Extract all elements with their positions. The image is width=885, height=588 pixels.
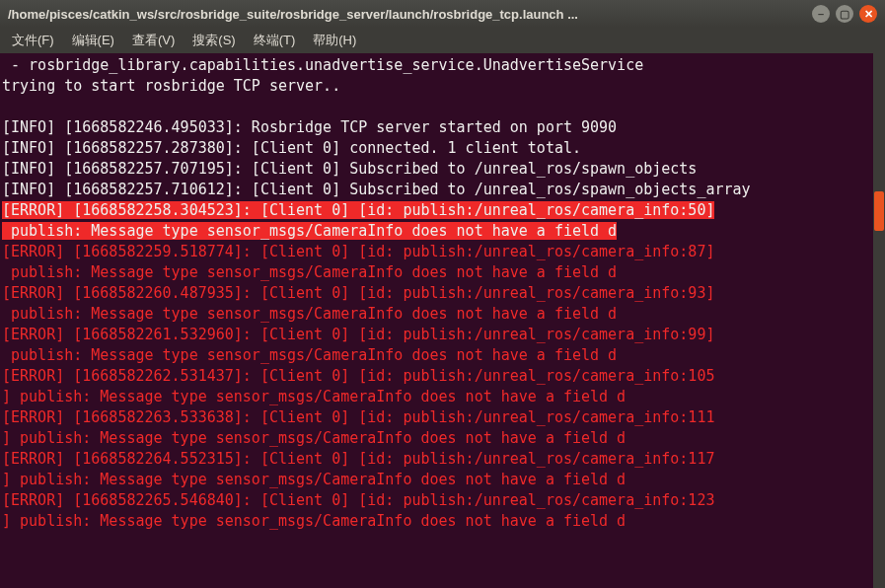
window-titlebar: /home/pisces/catkin_ws/src/rosbridge_sui…: [0, 0, 885, 28]
vertical-scrollbar[interactable]: [873, 53, 885, 588]
log-line-error: [ERROR] [1668582262.531437]: [Client 0] …: [2, 367, 714, 385]
menu-search[interactable]: 搜索(S): [184, 30, 243, 51]
log-line: - rosbridge_library.capabilities.unadver…: [2, 56, 643, 74]
log-line-info: [INFO] [1668582257.710612]: [Client 0] S…: [2, 181, 751, 198]
close-button[interactable]: ✕: [859, 5, 877, 23]
terminal-output[interactable]: - rosbridge_library.capabilities.unadver…: [0, 53, 873, 588]
menu-terminal[interactable]: 终端(T): [246, 30, 304, 51]
log-line-info: [INFO] [1668582246.495033]: Rosbridge TC…: [2, 118, 617, 136]
window-controls: – ▢ ✕: [812, 5, 877, 23]
terminal-container: - rosbridge_library.capabilities.unadver…: [0, 53, 885, 588]
minimize-button[interactable]: –: [812, 5, 830, 23]
log-line-error: [ERROR] [1668582259.518774]: [Client 0] …: [2, 243, 714, 260]
log-line-error: publish: Message type sensor_msgs/Camera…: [2, 305, 617, 323]
log-line-error-highlighted: [ERROR] [1668582258.304523]: [Client 0] …: [2, 201, 714, 219]
menu-help[interactable]: 帮助(H): [305, 30, 364, 51]
log-line: trying to start rosbridge TCP server..: [2, 77, 340, 95]
log-line-error: ] publish: Message type sensor_msgs/Came…: [2, 471, 626, 488]
log-line-error: [ERROR] [1668582263.533638]: [Client 0] …: [2, 408, 714, 426]
log-line-error-highlighted: publish: Message type sensor_msgs/Camera…: [2, 222, 617, 240]
log-line-error: ] publish: Message type sensor_msgs/Came…: [2, 512, 626, 530]
scrollbar-thumb[interactable]: [874, 191, 884, 231]
log-line-error: publish: Message type sensor_msgs/Camera…: [2, 263, 617, 281]
menu-file[interactable]: 文件(F): [4, 30, 62, 51]
log-line-info: [INFO] [1668582257.707195]: [Client 0] S…: [2, 160, 697, 178]
log-line-error: [ERROR] [1668582260.487935]: [Client 0] …: [2, 284, 714, 302]
log-line-error: [ERROR] [1668582265.546840]: [Client 0] …: [2, 491, 714, 509]
log-line-error: [ERROR] [1668582264.552315]: [Client 0] …: [2, 450, 714, 468]
log-line-error: publish: Message type sensor_msgs/Camera…: [2, 346, 617, 364]
window-title: /home/pisces/catkin_ws/src/rosbridge_sui…: [8, 7, 812, 22]
log-line-error: ] publish: Message type sensor_msgs/Came…: [2, 388, 626, 405]
maximize-button[interactable]: ▢: [836, 5, 853, 23]
menu-view[interactable]: 查看(V): [124, 30, 183, 51]
menu-edit[interactable]: 编辑(E): [64, 30, 122, 51]
menu-bar: 文件(F) 编辑(E) 查看(V) 搜索(S) 终端(T) 帮助(H): [0, 28, 885, 53]
log-line-error: ] publish: Message type sensor_msgs/Came…: [2, 429, 626, 447]
log-line-info: [INFO] [1668582257.287380]: [Client 0] c…: [2, 139, 581, 157]
log-line-error: [ERROR] [1668582261.532960]: [Client 0] …: [2, 326, 714, 343]
